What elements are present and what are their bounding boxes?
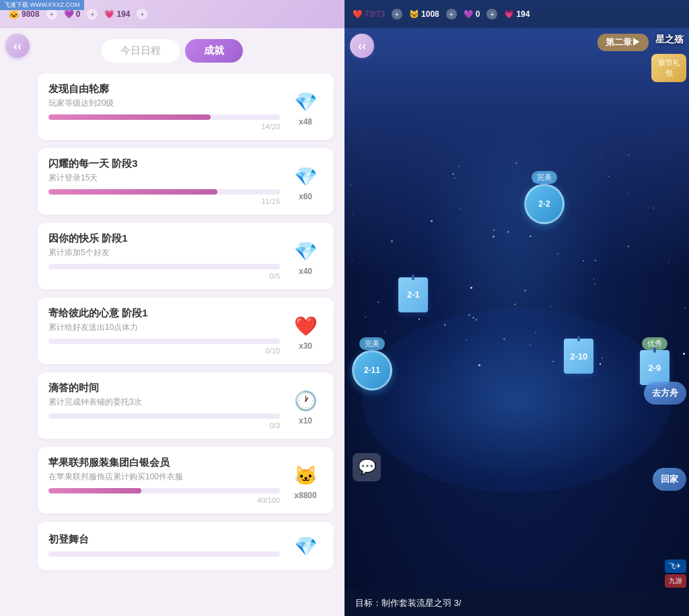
diamond1-currency-left: 💜 0 [64, 9, 81, 19]
bottom-goal-bar: 目标：制作套装流星之羽 3/ [344, 590, 689, 616]
progress-text-4: 0/3 [48, 421, 280, 430]
diamond1-add-button-right[interactable]: + [486, 9, 497, 20]
diamond1-icon-left: 💜 [64, 9, 74, 19]
hp-value: 73/73 [365, 9, 385, 19]
achievement-item-2[interactable]: 因你的快乐 阶段1 累计添加5个好友 0/5 💎 x40 [38, 223, 334, 289]
cat-add-button-right[interactable]: + [446, 9, 457, 20]
diamond2-add-button-left[interactable]: + [137, 9, 147, 20]
stage-status-2-2: 完美 [532, 171, 557, 184]
reward-icon-5: 🐱 [291, 461, 320, 491]
goal-text: 目标：制作套装流星之羽 3/ [355, 597, 678, 609]
stage-node-2-1[interactable]: 2-1 [398, 277, 428, 312]
achievements-list: 发现自由轮廓 玩家等级达到20级 14/20 💎 x48 闪耀的每一天 阶段3 … [0, 68, 344, 616]
diamond2-currency-right: 💗 194 [504, 9, 530, 19]
tab-section: 今日日程 成就 [0, 31, 344, 68]
reward-badge-1: 💎 x60 [288, 162, 323, 201]
reward-count-0: x48 [299, 117, 312, 127]
reward-icon-3: ❤️ [291, 312, 320, 341]
stage-node-2-10[interactable]: 2-10 [564, 339, 593, 374]
cat-add-button-left[interactable]: + [46, 9, 57, 20]
stage-circle-2-2: 2-2 [524, 184, 565, 224]
location-label: 星之殇 [655, 34, 684, 46]
cat-icon-left: 🐱 [8, 9, 20, 20]
reward-icon-6: 💎 [291, 531, 320, 561]
achievement-item-4[interactable]: 滴答的时间 累计完成钟表铺的委托3次 0/3 🕐 x10 [38, 372, 334, 439]
reward-badge-0: 💎 x48 [288, 88, 323, 127]
diamond1-add-button-left[interactable]: + [87, 9, 98, 20]
reward-badge-2: 💎 x40 [288, 237, 323, 276]
achievement-title-5: 苹果联邦服装集团白银会员 [48, 456, 280, 469]
reward-badge-3: ❤️ x30 [288, 312, 323, 351]
diamond1-currency-right: 💜 0 [464, 9, 480, 19]
water-area [362, 308, 672, 493]
achievement-title-0: 发现自由轮廓 [48, 83, 280, 96]
achievement-desc-0: 玩家等级达到20级 [48, 98, 280, 109]
cat-currency-value-right: 1008 [421, 9, 439, 19]
achievement-item-3[interactable]: 寄给彼此的心意 阶段1 累计给好友送出10点体力 0/10 ❤️ x30 [38, 298, 334, 364]
game-background: ❤️ 73/73 + 🐱 1008 + 💜 0 + 💗 194 ‹‹ 第二 [344, 0, 689, 616]
nav-button-home[interactable]: 回家 [653, 468, 686, 491]
hp-add-button[interactable]: + [392, 9, 402, 20]
reward-count-2: x40 [299, 267, 312, 276]
achievement-item-6[interactable]: 初登舞台 💎 [38, 522, 334, 570]
achievement-desc-1: 累计登录15天 [48, 172, 280, 184]
nav-button-ark[interactable]: 去方舟 [644, 382, 686, 405]
achievement-info-6: 初登舞台 [48, 533, 280, 559]
back-arrow-right: ‹‹ [358, 39, 366, 53]
progress-bar-2 [48, 264, 280, 269]
tab-schedule[interactable]: 今日日程 [102, 39, 180, 63]
heart-icon-right: ❤️ [353, 9, 363, 19]
achievement-info-5: 苹果联邦服装集团白银会员 在苹果联邦服饰店累计购买100件衣服 40/100 [48, 456, 280, 504]
achievement-desc-4: 累计完成钟表铺的委托3次 [48, 397, 280, 408]
achievement-item-1[interactable]: 闪耀的每一天 阶段3 累计登录15天 11/15 💎 x60 [38, 148, 334, 215]
progress-bar-6 [48, 551, 280, 557]
progress-text-0: 14/20 [48, 123, 280, 131]
progress-text-2: 0/5 [48, 272, 280, 280]
progress-text-3: 0/10 [48, 347, 280, 355]
left-panel: 飞速下载 WWW.FXXZ.COM 🐱 9808 + 💜 0 + 💗 194 +… [0, 0, 344, 616]
tab-achievements[interactable]: 成就 [185, 39, 243, 63]
reward-badge-5: 🐱 x8800 [288, 461, 323, 500]
diamond2-value-right: 194 [516, 9, 530, 19]
diamond2-icon-left: 💗 [104, 9, 114, 19]
watermark-bottom-right: 飞✈ 九游 [665, 559, 686, 588]
back-button-right[interactable]: ‹‹ [350, 34, 374, 58]
watermark-top-left: 飞速下载 WWW.FXXZ.COM [0, 0, 84, 10]
achievement-info-3: 寄给彼此的心意 阶段1 累计给好友送出10点体力 0/10 [48, 307, 280, 355]
reward-count-3: x30 [299, 341, 312, 351]
progress-bar-0 [48, 114, 280, 120]
progress-fill-0 [48, 114, 211, 120]
reward-count-1: x60 [299, 192, 312, 201]
achievement-desc-2: 累计添加5个好友 [48, 247, 280, 259]
cat-currency-left: 🐱 9808 [8, 9, 40, 20]
top-bar-right: ❤️ 73/73 + 🐱 1008 + 💜 0 + 💗 194 [344, 0, 689, 28]
stage-node-2-2[interactable]: 完美 2-2 [524, 172, 565, 224]
achievement-title-2: 因你的快乐 阶段1 [48, 232, 280, 245]
chapter-label[interactable]: 第二章▶ [597, 34, 649, 51]
progress-text-1: 11/15 [48, 197, 280, 205]
progress-bar-3 [48, 339, 280, 344]
achievement-title-3: 寄给彼此的心意 阶段1 [48, 307, 280, 320]
achievement-info-0: 发现自由轮廓 玩家等级达到20级 14/20 [48, 83, 280, 131]
stage-flag-2-9: 2-9 [640, 350, 669, 385]
reward-icon-0: 💎 [291, 88, 320, 117]
diamond1-value-left: 0 [76, 9, 81, 19]
chat-button[interactable]: 💬 [353, 453, 381, 481]
stage-flag-2-1: 2-1 [398, 277, 428, 312]
diamond2-value-left: 194 [116, 9, 130, 19]
achievement-title-6: 初登舞台 [48, 533, 280, 546]
progress-text-5: 40/100 [48, 496, 280, 504]
diamond2-icon-right: 💗 [504, 9, 514, 19]
gift-button[interactable]: 章节礼包 [651, 54, 686, 82]
achievement-item-0[interactable]: 发现自由轮廓 玩家等级达到20级 14/20 💎 x48 [38, 73, 334, 140]
back-button-left[interactable]: ‹‹ [5, 34, 30, 58]
stage-node-2-11[interactable]: 完美 2-11 [352, 339, 392, 390]
progress-bar-5 [48, 488, 280, 493]
feixia-watermark: 飞✈ [665, 559, 686, 573]
achievement-desc-5: 在苹果联邦服饰店累计购买100件衣服 [48, 471, 280, 483]
achievement-item-5[interactable]: 苹果联邦服装集团白银会员 在苹果联邦服饰店累计购买100件衣服 40/100 🐱… [38, 447, 334, 514]
cat-currency-right: 🐱 1008 [409, 9, 439, 19]
stage-node-2-9[interactable]: 优秀 2-9 [640, 339, 669, 385]
back-arrow-left: ‹‹ [13, 39, 22, 53]
diamond2-currency-left: 💗 194 [104, 9, 130, 19]
